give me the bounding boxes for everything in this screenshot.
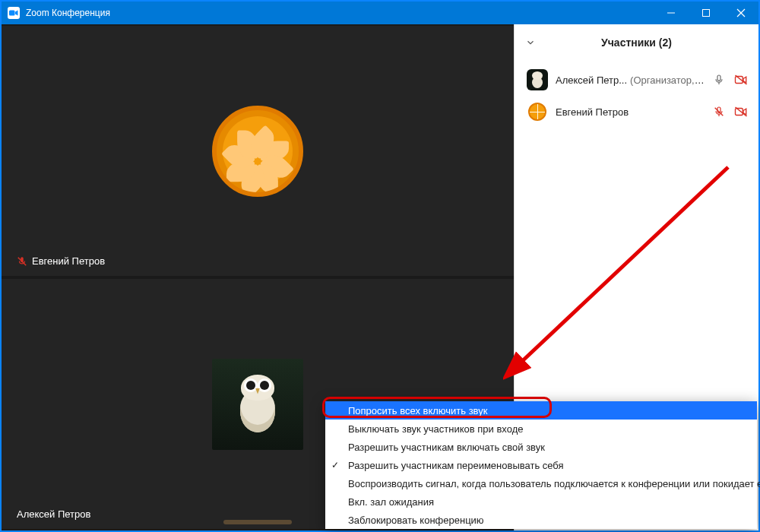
menu-item[interactable]: Выключать звук участников при входе [325,420,757,438]
menu-item-label: Разрешить участникам включать свой звук [348,442,545,453]
menu-item-label: Заблокировать конференцию [348,515,484,526]
window-title: Zoom Конференция [26,8,110,18]
close-button[interactable] [724,2,758,24]
avatar [527,101,548,122]
mic-icon [713,74,727,86]
avatar-owl-large [212,359,303,450]
participant-list: Алексей Петр...(Организатор, я) Евгений … [515,61,758,131]
menu-item[interactable]: ✓Разрешить участникам переименовывать се… [325,456,757,474]
tile-caption: Евгений Петров [17,255,105,267]
app-window: Zoom Конференция [0,0,760,532]
menu-item[interactable]: Попросить всех включить звук [325,401,757,420]
mic-muted-icon [713,106,727,118]
titlebar: Zoom Конференция [2,2,758,24]
tile-caption: Алексей Петров [17,508,90,520]
svg-rect-0 [9,11,15,16]
panel-header: Участники (2) [515,24,758,61]
tile-name: Евгений Петров [32,255,105,267]
camera-off-icon [734,106,748,118]
participant-name: Евгений Петров [556,106,705,118]
participant-name: Алексей Петр...(Организатор, я) [556,74,705,86]
menu-item[interactable]: Разрешить участникам включать свой звук [325,438,757,456]
avatar-orange-large [212,106,303,197]
tile-name: Алексей Петров [17,508,90,520]
context-menu[interactable]: Попросить всех включить звукВыключать зв… [325,401,757,529]
menu-item-label: Выключать звук участников при входе [348,423,523,435]
minimize-button[interactable] [654,2,689,24]
menu-item[interactable]: Воспроизводить сигнал, когда пользовател… [325,474,757,492]
svg-rect-2 [703,10,710,17]
mic-muted-icon [17,256,27,267]
chevron-down-icon[interactable] [525,37,536,48]
menu-item-label: Попросить всех включить звук [348,405,487,416]
zoom-app-icon [8,7,20,19]
panel-title: Участники (2) [601,36,672,49]
video-tile[interactable]: Евгений Петров [2,24,514,277]
menu-item-label: Вкл. зал ожидания [348,496,434,508]
participant-row[interactable]: Евгений Петров [515,96,758,128]
avatar [527,69,548,90]
menu-item-label: Воспроизводить сигнал, когда пользовател… [348,478,760,489]
menu-item[interactable]: Вкл. зал ожидания [325,492,757,511]
menu-item-label: Разрешить участникам переименовывать себ… [348,460,564,471]
maximize-button[interactable] [689,2,724,24]
check-icon: ✓ [331,460,339,470]
menu-item[interactable]: Заблокировать конференцию [325,511,757,529]
camera-off-icon [734,74,748,86]
participant-row[interactable]: Алексей Петр...(Организатор, я) [515,64,758,96]
